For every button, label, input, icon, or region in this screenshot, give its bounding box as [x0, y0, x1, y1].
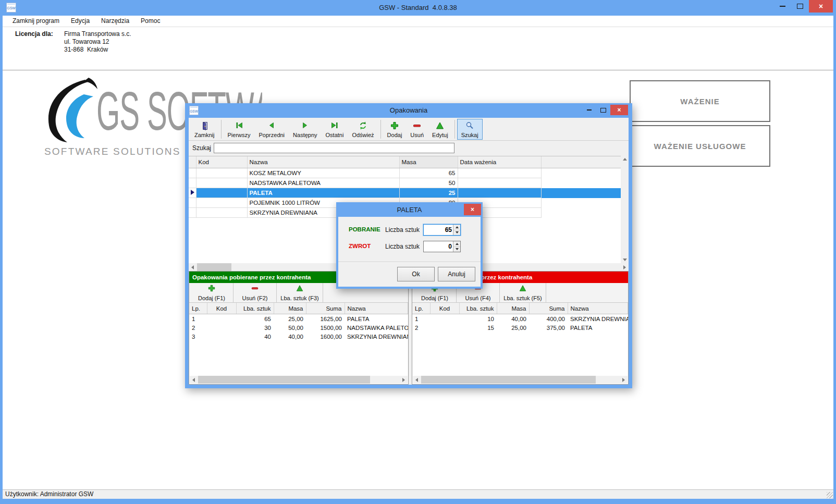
paleta-dialog: PALETA × POBRANIE Liczba sztuk [336, 202, 483, 289]
zwrot-input[interactable] [424, 241, 453, 252]
pobranie-row: POBRANIE Liczba sztuk [338, 224, 481, 236]
resize-grip-icon[interactable] [827, 492, 833, 498]
scroll-left-icon[interactable] [191, 265, 194, 269]
scroll-left-icon[interactable] [415, 378, 418, 382]
zamknij-button[interactable]: Zamknij [190, 119, 219, 140]
toolbar-separator [221, 120, 222, 139]
table-row[interactable]: 3 40 40,00 1600,00 SKRZYNIA DREWNIANA [189, 332, 408, 341]
scroll-right-icon[interactable] [622, 378, 625, 382]
close-button[interactable]: × [610, 105, 628, 115]
close-button[interactable]: × [464, 204, 481, 215]
zwracane-table: Lp. Kod Lba. sztuk Masa Suma Nazwa 1 [412, 303, 628, 332]
license-lines: Firma Transportowa s.c. ul. Towarowa 12 … [64, 30, 131, 54]
table-row[interactable]: 2 30 50,00 1500,00 NADSTAWKA PALETOWA [189, 323, 408, 332]
col-masa[interactable]: Masa [399, 156, 458, 168]
pobranie-label: POBRANIE [349, 226, 380, 232]
lba-sztuk-f3-button[interactable]: Lba. sztuk (F3) [277, 283, 323, 302]
menu-edycja[interactable]: Edycja [65, 16, 95, 27]
window-title: GSW - Standard 4.0.8.38 [0, 4, 836, 11]
spin-down-icon[interactable] [453, 247, 460, 252]
last-record-icon [330, 121, 339, 129]
zwrot-label: ZWROT [349, 243, 371, 249]
dialog-separator [338, 262, 481, 263]
pierwszy-button[interactable]: Pierwszy [224, 119, 255, 140]
usun-button[interactable]: Usuń [406, 119, 428, 140]
main-client-area: GS SOFTWARE SOFTWARE SOLUTIONS FOR WEIGH… [3, 70, 833, 489]
gutter-header [189, 156, 196, 168]
col-data-wazenia[interactable]: Data ważenia [458, 156, 541, 168]
main-titlebar: GSW GSW - Standard 4.0.8.38 × [0, 0, 836, 16]
table-row[interactable]: 1 65 25,00 1625,00 PALETA [189, 314, 408, 324]
table-header-row: Lp. Kod Lba. sztuk Masa Suma Nazwa [189, 303, 408, 314]
previous-record-icon [267, 121, 276, 129]
close-button[interactable]: × [809, 0, 833, 13]
refresh-icon [359, 121, 367, 130]
scrollbar-thumb[interactable] [421, 376, 596, 384]
top-panel: Zamknij program Edycja Narzędzia Pomoc L… [3, 16, 833, 70]
edit-triangle-icon [436, 121, 444, 130]
pobranie-spinner [423, 224, 461, 236]
menu-narzedzia[interactable]: Narzędzia [95, 16, 135, 27]
table-header-row: Kod Nazwa Masa Data ważenia [189, 156, 621, 168]
door-exit-icon [200, 121, 209, 130]
scroll-down-icon[interactable] [623, 259, 627, 261]
table-row[interactable]: 2 15 25,00 375,00 PALETA [412, 323, 628, 332]
horizontal-scrollbar[interactable] [190, 376, 408, 384]
maximize-button[interactable] [596, 105, 610, 115]
add-plus-icon [390, 121, 399, 130]
next-record-icon [301, 121, 309, 129]
status-user: Użytkownik: Administrator GSW [5, 490, 93, 498]
statusbar: Użytkownik: Administrator GSW [3, 489, 833, 499]
zwrot-spinner [423, 241, 461, 252]
table-row-selected[interactable]: PALETA 25 [189, 188, 621, 198]
lba-sztuk-f5-button[interactable]: Lba. sztuk (F5) [500, 283, 546, 302]
scroll-right-icon[interactable] [402, 378, 405, 382]
nastepny-button[interactable]: Następny [289, 119, 321, 140]
col-nazwa[interactable]: Nazwa [247, 156, 399, 168]
spin-up-icon[interactable] [453, 225, 460, 230]
anuluj-button[interactable]: Anuluj [438, 267, 475, 281]
spin-down-icon[interactable] [453, 230, 460, 236]
search-magnifier-icon [465, 121, 474, 130]
search-label: Szukaj [192, 144, 211, 152]
minimize-button[interactable] [582, 105, 596, 115]
search-input[interactable] [214, 143, 454, 153]
pobierane-table: Lp. Kod Lba. sztuk Masa Suma Nazwa 1 [189, 303, 408, 341]
wazenie-button[interactable]: WAŻENIE [630, 80, 770, 122]
ok-button[interactable]: Ok [397, 267, 435, 281]
table-row[interactable]: 1 10 40,00 400,00 SKRZYNIA DREWNIANA [412, 314, 628, 324]
remove-minus-icon [251, 285, 259, 292]
maximize-button[interactable] [791, 0, 809, 13]
app-window: GSW GSW - Standard 4.0.8.38 × Zamknij pr… [0, 0, 836, 504]
menu-pomoc[interactable]: Pomoc [135, 16, 166, 27]
vertical-scrollbar[interactable] [621, 156, 629, 263]
col-kod[interactable]: Kod [196, 156, 247, 168]
menu-zamknij-program[interactable]: Zamknij program [7, 16, 65, 27]
scroll-left-icon[interactable] [192, 378, 195, 382]
add-plus-icon [208, 285, 215, 292]
license-line-2: ul. Towarowa 12 [64, 38, 131, 46]
opakowania-toolbar: Zamknij Pierwszy Poprzed [189, 118, 629, 141]
szukaj-button[interactable]: Szukaj [457, 119, 483, 140]
table-row[interactable]: KOSZ METALOWY 65 [189, 168, 621, 178]
minimize-button[interactable] [773, 0, 791, 13]
horizontal-scrollbar[interactable] [413, 376, 628, 384]
scrollbar-thumb[interactable] [198, 376, 370, 384]
scroll-up-icon[interactable] [623, 158, 627, 161]
pobranie-input[interactable] [424, 225, 453, 235]
table-row[interactable]: NADSTAWKA PALETOWA 50 [189, 178, 621, 188]
paleta-title: PALETA [336, 206, 483, 214]
scroll-right-icon[interactable] [623, 265, 626, 269]
spin-up-icon[interactable] [453, 241, 460, 247]
odswiez-button[interactable]: Odśwież [348, 119, 378, 140]
opakowania-titlebar: GSW Opakowania × [185, 103, 632, 118]
dodaj-f1-button[interactable]: Dodaj (F1) [190, 283, 233, 302]
wazenie-uslugowe-button[interactable]: WAŻENIE USŁUGOWE [630, 125, 770, 167]
usun-f2-button[interactable]: Usuń (F2) [233, 283, 277, 302]
scrollbar-thumb[interactable] [197, 263, 231, 271]
edytuj-button[interactable]: Edytuj [428, 119, 452, 140]
license-line-1: Firma Transportowa s.c. [64, 30, 131, 38]
ostatni-button[interactable]: Ostatni [322, 119, 348, 140]
poprzedni-button[interactable]: Poprzedni [255, 119, 289, 140]
dodaj-button[interactable]: Dodaj [383, 119, 407, 140]
